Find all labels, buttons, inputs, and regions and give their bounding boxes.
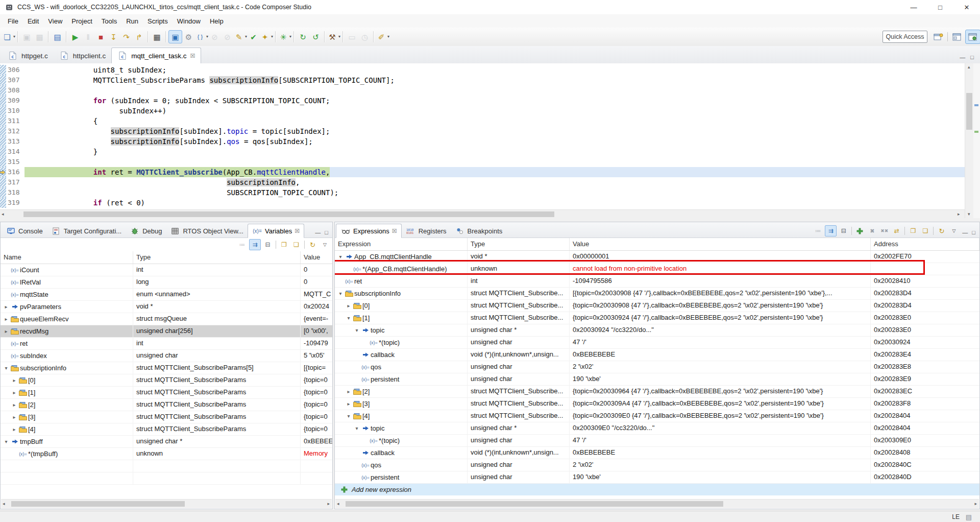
column-header-address[interactable]: Address <box>871 238 979 250</box>
table-row[interactable]: ▸queueElemRecvstruct msgQueue{event=- <box>1 313 332 325</box>
editor-tab-mqtt_client_task-c[interactable]: cmqtt_client_task.c☒ <box>111 48 201 64</box>
new-view-button[interactable]: ❐ <box>279 240 289 250</box>
table-row[interactable]: ▸pvParametersvoid *0x20024 <box>1 301 332 313</box>
column-header-name[interactable]: Name <box>1 251 133 264</box>
table-row[interactable]: (x)=*(App_CB.mqttClientHandle)unknowncan… <box>335 263 979 275</box>
expander-icon[interactable]: ▸ <box>345 386 352 397</box>
expander-icon[interactable]: ▸ <box>345 300 352 312</box>
verify-button[interactable]: ✔ <box>247 31 260 43</box>
close-tab-icon[interactable]: ☒ <box>190 53 195 59</box>
skip-breakpoint-button[interactable]: ⊘ <box>208 31 221 43</box>
persp-edit-button[interactable] <box>950 30 964 43</box>
terminal-button[interactable]: ▭ <box>346 31 358 43</box>
clock-button[interactable]: ◷ <box>358 31 371 43</box>
tree-mode-button[interactable]: ⇉ <box>825 225 837 236</box>
step-into-button[interactable]: ↧ <box>107 31 120 43</box>
maximize-view-icon[interactable]: □ <box>972 229 975 235</box>
table-row[interactable]: ▾App_CB.mqttClientHandlevoid *0x00000001… <box>335 251 979 263</box>
suspend-button[interactable]: ‖ <box>82 31 94 43</box>
tree-mode-button[interactable]: ⇉ <box>249 239 261 250</box>
column-header-value[interactable]: Value <box>570 238 871 250</box>
table-row[interactable]: ▸[4]struct MQTTClient_SubscribeParams{to… <box>1 423 332 436</box>
expander-icon[interactable]: ▸ <box>11 412 18 423</box>
expander-icon[interactable]: ▸ <box>3 301 10 313</box>
persp-debug-button[interactable] <box>965 30 980 44</box>
restart-button[interactable]: ↻ <box>297 31 309 43</box>
expander-icon[interactable]: ▸ <box>345 398 352 410</box>
collapse-all-button[interactable]: ⊟ <box>262 240 273 250</box>
show-type-button[interactable]: ≔ <box>813 226 823 236</box>
dropdown-icon[interactable]: ▾ <box>13 35 15 39</box>
expander-icon[interactable]: ▸ <box>11 399 18 411</box>
close-window-button[interactable]: ✕ <box>953 0 980 14</box>
new-view-button[interactable]: ❐ <box>908 226 918 236</box>
scrollbar-thumb[interactable] <box>11 501 185 507</box>
menu-window[interactable]: Window <box>173 16 205 27</box>
remove-all-button[interactable]: ✖✖ <box>879 226 890 236</box>
step-return-button[interactable]: ↱ <box>133 31 145 43</box>
terminate-button[interactable]: ■ <box>94 31 107 43</box>
table-row[interactable]: (x)=subIndexunsigned char5 '\x05' <box>1 350 332 362</box>
menu-tools[interactable]: Tools <box>97 16 121 27</box>
maximize-window-button[interactable]: □ <box>927 0 953 14</box>
flash-probe-button[interactable]: ✐▾ <box>376 31 389 43</box>
add-expression-button[interactable] <box>854 226 865 236</box>
debug-button[interactable]: ✳▾ <box>278 31 291 43</box>
minimize-window-button[interactable]: — <box>900 0 927 14</box>
dropdown-icon[interactable]: ▾ <box>289 35 291 39</box>
table-row[interactable]: ▾topicunsigned char *0x20030924 "/cc3220… <box>335 324 979 337</box>
expander-icon[interactable]: ▸ <box>3 326 10 337</box>
expander-icon[interactable]: ▸ <box>11 375 18 386</box>
table-row[interactable]: ▸[3]struct MQTTClient_SubscribeParams{to… <box>1 411 332 423</box>
skip-all-breakpoints-button[interactable]: ⊘ <box>221 31 234 43</box>
table-row[interactable]: (x)=qosunsigned char2 '\x02'0x200283E8 <box>335 361 979 373</box>
dropdown-icon[interactable]: ▾ <box>338 35 340 39</box>
save-all-button[interactable]: ▦ <box>33 31 46 43</box>
editor-tab-httpclient-c[interactable]: chttpclient.c <box>54 48 112 63</box>
collapse-all-button[interactable]: ⊟ <box>838 226 849 236</box>
code-editor[interactable]: 306 uint8_t subIndex;307 MQTTClient_Subs… <box>0 63 965 209</box>
minimize-editor-icon[interactable]: — <box>960 54 965 60</box>
table-row[interactable]: ▾subscriptionInfostruct MQTTClient_Subsc… <box>335 288 979 300</box>
variables-horizontal-scrollbar[interactable]: ◂ ▸ <box>1 499 332 508</box>
expander-icon[interactable]: ▾ <box>337 251 344 263</box>
close-tab-icon[interactable]: ☒ <box>295 228 300 234</box>
dropdown-icon[interactable]: ▾ <box>387 35 389 39</box>
table-row[interactable]: (x)=persistentunsigned char190 '\xbe'0x2… <box>335 471 979 484</box>
quick-access-button[interactable]: Quick Access <box>883 31 927 43</box>
minimize-view-icon[interactable]: — <box>315 229 321 235</box>
menu-scripts[interactable]: Scripts <box>143 16 173 27</box>
expander-icon[interactable]: ▸ <box>11 387 18 398</box>
table-row[interactable]: (x)=lRetVallong0 <box>1 276 332 289</box>
paint-tool-button[interactable]: ✎▾ <box>234 31 247 43</box>
reset-cpu-button[interactable]: ↺ <box>309 31 322 43</box>
refresh-button[interactable]: ↻ <box>307 240 318 250</box>
table-row[interactable]: callbackvoid (*)(int,unknown*,unsign...0… <box>335 447 979 459</box>
source-lookup-button[interactable]: { }▾ <box>195 31 208 43</box>
minimize-view-icon[interactable]: — <box>962 229 968 235</box>
table-row[interactable]: ▾tmpBuffunsigned char *0xBEBEE <box>1 436 332 448</box>
scroll-right-icon[interactable]: ▸ <box>974 502 977 506</box>
expander-icon[interactable]: ▾ <box>353 325 360 336</box>
close-tab-icon[interactable]: ☒ <box>392 228 397 234</box>
table-row[interactable]: (x)=*(tmpBuff)unknownMemory <box>1 448 332 460</box>
table-row[interactable]: ▸[3]struct MQTTClient_Subscribe...{topic… <box>335 398 979 410</box>
table-row[interactable]: (x)=iCountint0 <box>1 264 332 276</box>
menu-view[interactable]: View <box>43 16 67 27</box>
show-type-button[interactable]: ≔ <box>237 240 248 250</box>
table-row[interactable]: ▾[4]struct MQTTClient_Subscribe...{topic… <box>335 410 979 422</box>
maximize-view-icon[interactable]: □ <box>325 229 328 235</box>
view-tab-expressions[interactable]: Expressions☒ <box>336 224 402 238</box>
scroll-up-icon[interactable]: ▴ <box>968 65 970 69</box>
resume-button[interactable]: ▶ <box>69 31 82 43</box>
table-row[interactable]: ▸[0]struct MQTTClient_SubscribeParams{to… <box>1 374 332 387</box>
new-button[interactable]: ❏▾ <box>2 31 15 43</box>
scroll-left-icon[interactable]: ◂ <box>2 212 4 217</box>
table-row[interactable]: ▸[1]struct MQTTClient_SubscribeParams{to… <box>1 387 332 399</box>
view-tab-variables[interactable]: (x)=Variables☒ <box>248 224 304 238</box>
view-menu-button[interactable]: ▽ <box>320 240 330 250</box>
table-row[interactable]: ▾subscriptionInfostruct MQTTClient_Subsc… <box>1 362 332 374</box>
add-new-expression-row[interactable]: Add new expression <box>335 484 979 495</box>
table-row[interactable]: (x)=qosunsigned char2 '\x02'0x2002840C <box>335 459 979 471</box>
expander-icon[interactable]: ▾ <box>345 411 352 422</box>
